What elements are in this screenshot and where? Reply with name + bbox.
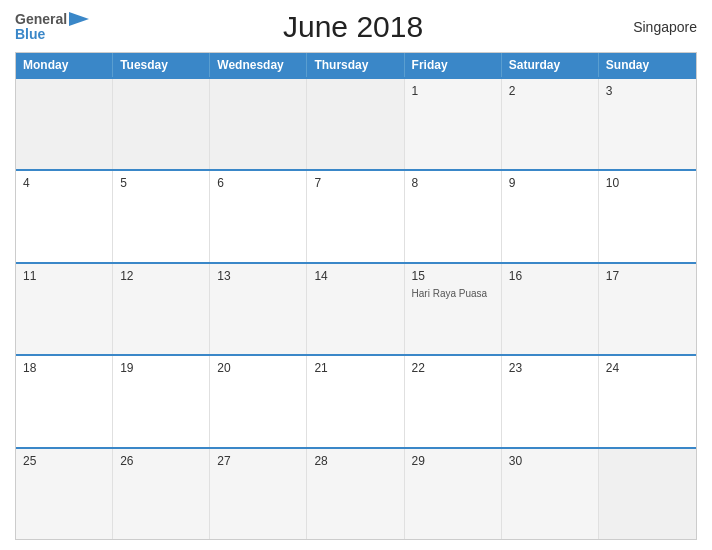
cell-w1-sun: 3 bbox=[599, 79, 696, 169]
cell-w1-mon bbox=[16, 79, 113, 169]
cell-w2-fri: 8 bbox=[405, 171, 502, 261]
weekday-tuesday: Tuesday bbox=[113, 53, 210, 77]
cell-w1-thu bbox=[307, 79, 404, 169]
cell-w1-sat: 2 bbox=[502, 79, 599, 169]
cell-w4-mon: 18 bbox=[16, 356, 113, 446]
cell-w1-wed bbox=[210, 79, 307, 169]
header: General Blue June 2018 Singapore bbox=[15, 10, 697, 44]
week-4: 18 19 20 21 22 23 24 bbox=[16, 354, 696, 446]
week-2: 4 5 6 7 8 9 10 bbox=[16, 169, 696, 261]
cell-w3-thu: 14 bbox=[307, 264, 404, 354]
cell-w3-sat: 16 bbox=[502, 264, 599, 354]
cell-w5-tue: 26 bbox=[113, 449, 210, 539]
cell-w4-sun: 24 bbox=[599, 356, 696, 446]
cell-w1-fri: 1 bbox=[405, 79, 502, 169]
logo-flag-icon bbox=[69, 12, 89, 26]
cell-w4-thu: 21 bbox=[307, 356, 404, 446]
weekday-friday: Friday bbox=[405, 53, 502, 77]
logo-blue-text: Blue bbox=[15, 27, 45, 42]
calendar-header: Monday Tuesday Wednesday Thursday Friday… bbox=[16, 53, 696, 77]
cell-w3-tue: 12 bbox=[113, 264, 210, 354]
cell-w2-mon: 4 bbox=[16, 171, 113, 261]
cell-w5-fri: 29 bbox=[405, 449, 502, 539]
weekday-thursday: Thursday bbox=[307, 53, 404, 77]
cell-w2-sun: 10 bbox=[599, 171, 696, 261]
cell-w5-sat: 30 bbox=[502, 449, 599, 539]
cell-w2-thu: 7 bbox=[307, 171, 404, 261]
calendar-body: 1 2 3 4 5 6 bbox=[16, 77, 696, 539]
logo: General Blue bbox=[15, 12, 89, 43]
cell-w3-wed: 13 bbox=[210, 264, 307, 354]
page: General Blue June 2018 Singapore Monday … bbox=[0, 0, 712, 550]
cell-w2-sat: 9 bbox=[502, 171, 599, 261]
cell-w3-mon: 11 bbox=[16, 264, 113, 354]
cell-w5-mon: 25 bbox=[16, 449, 113, 539]
week-5: 25 26 27 28 29 30 bbox=[16, 447, 696, 539]
region-label: Singapore bbox=[617, 19, 697, 35]
cell-w2-wed: 6 bbox=[210, 171, 307, 261]
cell-w3-sun: 17 bbox=[599, 264, 696, 354]
cell-w4-fri: 22 bbox=[405, 356, 502, 446]
weekday-saturday: Saturday bbox=[502, 53, 599, 77]
weekday-wednesday: Wednesday bbox=[210, 53, 307, 77]
cell-w4-tue: 19 bbox=[113, 356, 210, 446]
cell-w5-wed: 27 bbox=[210, 449, 307, 539]
week-3: 11 12 13 14 15 Hari Raya Puasa 16 bbox=[16, 262, 696, 354]
logo-general-text: General bbox=[15, 12, 67, 27]
cell-w2-tue: 5 bbox=[113, 171, 210, 261]
calendar-title: June 2018 bbox=[89, 10, 617, 44]
cell-w4-sat: 23 bbox=[502, 356, 599, 446]
cell-w5-thu: 28 bbox=[307, 449, 404, 539]
weekday-monday: Monday bbox=[16, 53, 113, 77]
calendar: Monday Tuesday Wednesday Thursday Friday… bbox=[15, 52, 697, 540]
cell-w1-tue bbox=[113, 79, 210, 169]
weekday-sunday: Sunday bbox=[599, 53, 696, 77]
svg-marker-0 bbox=[69, 12, 89, 26]
cell-w4-wed: 20 bbox=[210, 356, 307, 446]
week-1: 1 2 3 bbox=[16, 77, 696, 169]
cell-w5-sun bbox=[599, 449, 696, 539]
cell-w3-fri: 15 Hari Raya Puasa bbox=[405, 264, 502, 354]
